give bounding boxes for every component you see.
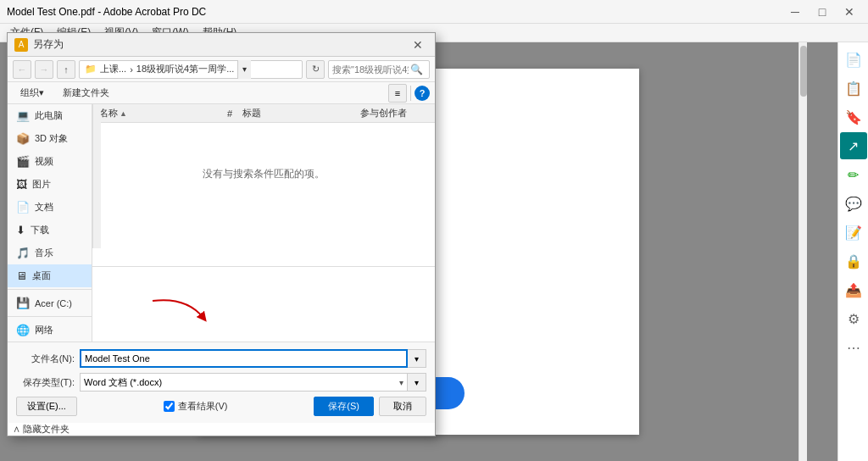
dialog-title-bar: A 另存为 ✕	[8, 33, 435, 57]
dialog-title-icon: A	[14, 38, 28, 52]
new-folder-button[interactable]: 新建文件夹	[55, 84, 117, 102]
sidebar-pictures[interactable]: 🖼 图片	[8, 173, 92, 196]
sidebar-music-label: 音乐	[35, 247, 53, 259]
path-item-2: 18级视听说4第一周学...	[136, 63, 235, 75]
sidebar-acer-label: Acer (C:)	[35, 298, 72, 308]
sidebar-downloads[interactable]: ⬇ 下载	[8, 219, 92, 242]
3dobject-icon: 📦	[16, 132, 30, 145]
acrobat-window: Model Test One.pdf - Adobe Acrobat Pro D…	[0, 0, 868, 461]
settings-button[interactable]: 设置(E)...	[16, 397, 77, 416]
view-results-row: 查看结果(V)	[164, 400, 228, 413]
search-input[interactable]	[332, 64, 409, 75]
document-icon: 📄	[16, 201, 30, 214]
sidebar-network[interactable]: 🌐 网络	[8, 319, 92, 342]
sidebar-divider-1	[8, 289, 92, 290]
filetype-row: 保存类型(T): Word 文档 (*.docx) ▾ ▾	[16, 373, 426, 392]
empty-message: 没有与搜索条件匹配的项。	[92, 123, 435, 225]
dialog-bottom: 文件名(N): ▾ 保存类型(T): Word 文档 (*.docx) ▾ ▾ …	[8, 342, 435, 423]
view-results-checkbox[interactable]	[164, 401, 175, 412]
save-dialog: A 另存为 ✕ ← → ↑ 📁 上课... › 18级视听说4第一周学... ▾…	[7, 32, 436, 436]
search-bar[interactable]: 🔍	[328, 60, 430, 79]
path-separator-icon: 📁	[85, 64, 97, 75]
dialog-help-btn[interactable]: ?	[415, 86, 430, 101]
filename-label: 文件名(N):	[16, 353, 80, 365]
organize-button[interactable]: 组织▾	[13, 84, 52, 102]
filename-dropdown-btn[interactable]: ▾	[408, 349, 426, 368]
action-buttons: 保存(S) 取消	[314, 397, 426, 416]
sidebar-downloads-label: 下载	[31, 224, 49, 236]
network-icon: 🌐	[16, 324, 30, 336]
dialog-close-button[interactable]: ✕	[408, 36, 428, 53]
filetype-dropdown-btn[interactable]: ▾	[408, 373, 426, 392]
col-name-header[interactable]: 名称 ▲	[99, 107, 217, 119]
col-participate-header[interactable]: 参与创作者	[360, 107, 428, 119]
dialog-overlay: A 另存为 ✕ ← → ↑ 📁 上课... › 18级视听说4第一周学... ▾…	[0, 0, 868, 461]
disk-icon: 💾	[16, 297, 30, 309]
file-list[interactable]: 没有与搜索条件匹配的项。	[92, 123, 435, 267]
sidebar-music[interactable]: 🎵 音乐	[8, 242, 92, 264]
sidebar-desktop-label: 桌面	[32, 269, 51, 282]
dialog-body: 💻 此电脑 📦 3D 对象 🎬 视频 🖼 图片	[8, 104, 435, 342]
music-icon: 🎵	[16, 247, 30, 259]
sidebar-desktop[interactable]: 🖥 桌面	[8, 264, 92, 287]
sidebar-documents-label: 文档	[35, 201, 53, 214]
dialog-nav: ← → ↑ 📁 上课... › 18级视听说4第一周学... ▾ ↻ 🔍	[8, 57, 435, 82]
view-results-label: 查看结果(V)	[178, 400, 228, 413]
sidebar-videos-label: 视频	[35, 155, 53, 168]
desktop-icon: 🖥	[16, 269, 27, 282]
dialog-sidebar: 💻 此电脑 📦 3D 对象 🎬 视频 🖼 图片	[8, 104, 92, 342]
path-bar: 📁 上课... › 18级视听说4第一周学... ▾	[79, 60, 303, 79]
filetype-dropdown[interactable]: Word 文档 (*.docx) ▾	[80, 373, 408, 392]
toolbar-divider	[410, 86, 411, 101]
dialog-actions: 设置(E)... 查看结果(V) 保存(S) 取消	[16, 397, 426, 416]
sidebar-videos[interactable]: 🎬 视频	[8, 150, 92, 173]
filetype-label: 保存类型(T):	[16, 376, 80, 389]
hide-folders-label: ∧ 隐藏文件夹	[13, 423, 70, 436]
sidebar-computer[interactable]: 💻 此电脑	[8, 104, 92, 127]
computer-icon: 💻	[16, 109, 30, 122]
path-dropdown-btn[interactable]: ▾	[237, 60, 251, 79]
view-toggle-btn[interactable]: ≡	[388, 84, 407, 103]
download-icon: ⬇	[16, 224, 25, 236]
picture-icon: 🖼	[16, 178, 27, 191]
search-icon[interactable]: 🔍	[410, 64, 423, 75]
hide-folders-toggle[interactable]: ∧ 隐藏文件夹	[8, 423, 435, 436]
save-button[interactable]: 保存(S)	[314, 397, 374, 416]
path-chevron-1: ›	[130, 64, 133, 75]
cancel-button[interactable]: 取消	[379, 397, 426, 416]
path-item-1: 上课...	[100, 63, 126, 75]
video-icon: 🎬	[16, 155, 30, 168]
sidebar-divider-2	[8, 316, 92, 317]
sidebar-documents[interactable]: 📄 文档	[8, 196, 92, 219]
col-title-header[interactable]: 标题	[242, 107, 360, 119]
file-list-header: 名称 ▲ # 标题 参与创作者	[92, 104, 435, 123]
sort-arrow: ▲	[120, 109, 127, 118]
filename-row: 文件名(N): ▾	[16, 349, 426, 368]
sidebar-pictures-label: 图片	[32, 178, 51, 191]
sidebar-3dobjects-label: 3D 对象	[35, 132, 68, 145]
sidebar-acer[interactable]: 💾 Acer (C:)	[8, 292, 92, 314]
refresh-button[interactable]: ↻	[306, 60, 325, 79]
dialog-files: 名称 ▲ # 标题 参与创作者 没有与	[92, 104, 435, 342]
filename-input[interactable]	[80, 349, 408, 368]
filetype-value: Word 文档 (*.docx)	[84, 376, 162, 389]
nav-forward-button[interactable]: →	[35, 60, 53, 79]
col-num-header[interactable]: #	[217, 108, 242, 119]
sidebar-3dobjects[interactable]: 📦 3D 对象	[8, 127, 92, 150]
sidebar-computer-label: 此电脑	[35, 109, 63, 122]
dialog-title-text: 另存为	[33, 37, 408, 52]
nav-up-button[interactable]: ↑	[57, 60, 75, 79]
sidebar-network-label: 网络	[35, 324, 53, 336]
nav-back-button[interactable]: ←	[13, 60, 31, 79]
dialog-toolbar: 组织▾ 新建文件夹 ≡ ?	[8, 82, 435, 104]
filetype-arrow: ▾	[399, 378, 403, 387]
